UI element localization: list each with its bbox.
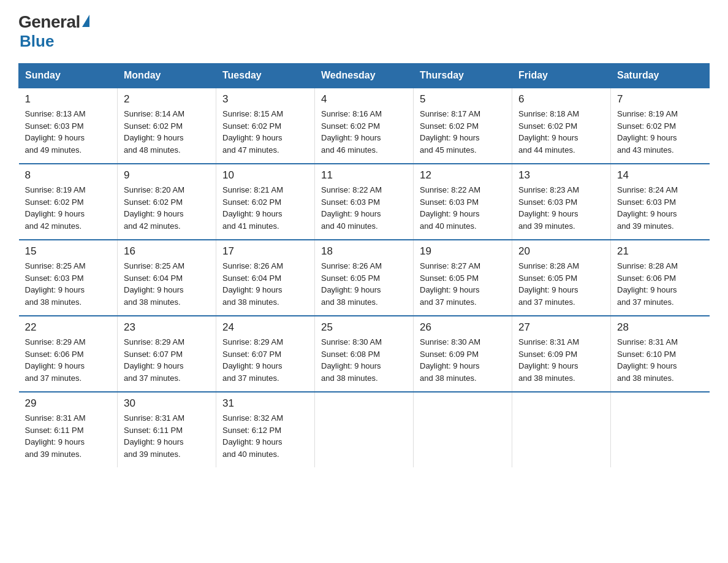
day-info: Sunrise: 8:27 AMSunset: 6:05 PMDaylight:… (420, 261, 480, 307)
calendar-cell: 10 Sunrise: 8:21 AMSunset: 6:02 PMDaylig… (216, 164, 315, 240)
day-info: Sunrise: 8:15 AMSunset: 6:02 PMDaylight:… (222, 109, 283, 155)
day-info: Sunrise: 8:31 AMSunset: 6:11 PMDaylight:… (25, 413, 86, 459)
day-number: 19 (420, 245, 506, 258)
calendar-cell: 3 Sunrise: 8:15 AMSunset: 6:02 PMDayligh… (216, 88, 315, 164)
calendar-cell: 15 Sunrise: 8:25 AMSunset: 6:03 PMDaylig… (19, 240, 118, 316)
calendar-cell (611, 392, 710, 467)
calendar-cell: 25 Sunrise: 8:30 AMSunset: 6:08 PMDaylig… (315, 316, 414, 392)
weekday-header-monday: Monday (118, 64, 216, 88)
day-info: Sunrise: 8:20 AMSunset: 6:02 PMDaylight:… (124, 185, 184, 231)
calendar-cell: 4 Sunrise: 8:16 AMSunset: 6:02 PMDayligh… (315, 88, 414, 164)
weekday-row: SundayMondayTuesdayWednesdayThursdayFrid… (19, 64, 710, 88)
day-info: Sunrise: 8:24 AMSunset: 6:03 PMDaylight:… (617, 185, 678, 231)
calendar-cell: 2 Sunrise: 8:14 AMSunset: 6:02 PMDayligh… (118, 88, 216, 164)
calendar-cell: 29 Sunrise: 8:31 AMSunset: 6:11 PMDaylig… (19, 392, 118, 467)
calendar-cell: 17 Sunrise: 8:26 AMSunset: 6:04 PMDaylig… (216, 240, 315, 316)
weekday-header-tuesday: Tuesday (216, 64, 315, 88)
day-number: 20 (518, 245, 604, 258)
calendar-cell: 18 Sunrise: 8:26 AMSunset: 6:05 PMDaylig… (315, 240, 414, 316)
day-number: 10 (222, 169, 308, 182)
day-number: 1 (25, 93, 112, 105)
weekday-header-saturday: Saturday (611, 64, 710, 88)
calendar-week-1: 1 Sunrise: 8:13 AMSunset: 6:03 PMDayligh… (19, 88, 710, 164)
logo-blue-text: Blue (20, 32, 54, 51)
day-number: 17 (222, 245, 308, 258)
day-info: Sunrise: 8:14 AMSunset: 6:02 PMDaylight:… (124, 109, 184, 155)
calendar-header: SundayMondayTuesdayWednesdayThursdayFrid… (19, 64, 710, 88)
calendar-cell: 22 Sunrise: 8:29 AMSunset: 6:06 PMDaylig… (19, 316, 118, 392)
day-number: 21 (617, 245, 703, 258)
calendar-cell: 11 Sunrise: 8:22 AMSunset: 6:03 PMDaylig… (315, 164, 414, 240)
calendar-cell: 28 Sunrise: 8:31 AMSunset: 6:10 PMDaylig… (611, 316, 710, 392)
calendar-cell: 6 Sunrise: 8:18 AMSunset: 6:02 PMDayligh… (512, 88, 611, 164)
day-info: Sunrise: 8:28 AMSunset: 6:05 PMDaylight:… (518, 261, 579, 307)
calendar-cell: 19 Sunrise: 8:27 AMSunset: 6:05 PMDaylig… (414, 240, 512, 316)
calendar-table: SundayMondayTuesdayWednesdayThursdayFrid… (18, 63, 710, 467)
day-info: Sunrise: 8:28 AMSunset: 6:06 PMDaylight:… (617, 261, 678, 307)
day-number: 18 (321, 245, 407, 258)
day-info: Sunrise: 8:26 AMSunset: 6:05 PMDaylight:… (321, 261, 382, 307)
day-info: Sunrise: 8:22 AMSunset: 6:03 PMDaylight:… (321, 185, 382, 231)
day-number: 27 (518, 321, 604, 334)
day-number: 8 (25, 169, 112, 182)
calendar-cell: 31 Sunrise: 8:32 AMSunset: 6:12 PMDaylig… (216, 392, 315, 467)
day-info: Sunrise: 8:30 AMSunset: 6:08 PMDaylight:… (321, 337, 382, 383)
day-number: 11 (321, 169, 407, 182)
calendar-cell: 14 Sunrise: 8:24 AMSunset: 6:03 PMDaylig… (611, 164, 710, 240)
calendar-week-5: 29 Sunrise: 8:31 AMSunset: 6:11 PMDaylig… (19, 392, 710, 467)
day-info: Sunrise: 8:19 AMSunset: 6:02 PMDaylight:… (617, 109, 678, 155)
calendar-cell: 26 Sunrise: 8:30 AMSunset: 6:09 PMDaylig… (414, 316, 512, 392)
day-info: Sunrise: 8:29 AMSunset: 6:07 PMDaylight:… (222, 337, 283, 383)
day-number: 24 (222, 321, 308, 334)
calendar-body: 1 Sunrise: 8:13 AMSunset: 6:03 PMDayligh… (19, 88, 710, 467)
day-number: 4 (321, 93, 407, 105)
calendar-cell: 1 Sunrise: 8:13 AMSunset: 6:03 PMDayligh… (19, 88, 118, 164)
calendar-cell (414, 392, 512, 467)
day-info: Sunrise: 8:22 AMSunset: 6:03 PMDaylight:… (420, 185, 480, 231)
day-info: Sunrise: 8:21 AMSunset: 6:02 PMDaylight:… (222, 185, 283, 231)
day-info: Sunrise: 8:30 AMSunset: 6:09 PMDaylight:… (420, 337, 480, 383)
day-info: Sunrise: 8:18 AMSunset: 6:02 PMDaylight:… (518, 109, 579, 155)
weekday-header-friday: Friday (512, 64, 611, 88)
day-info: Sunrise: 8:16 AMSunset: 6:02 PMDaylight:… (321, 109, 382, 155)
day-info: Sunrise: 8:29 AMSunset: 6:07 PMDaylight:… (124, 337, 184, 383)
day-number: 7 (617, 93, 703, 105)
day-info: Sunrise: 8:31 AMSunset: 6:09 PMDaylight:… (518, 337, 579, 383)
day-info: Sunrise: 8:31 AMSunset: 6:11 PMDaylight:… (124, 413, 184, 459)
day-info: Sunrise: 8:23 AMSunset: 6:03 PMDaylight:… (518, 185, 579, 231)
calendar-cell: 27 Sunrise: 8:31 AMSunset: 6:09 PMDaylig… (512, 316, 611, 392)
day-number: 25 (321, 321, 407, 334)
day-info: Sunrise: 8:29 AMSunset: 6:06 PMDaylight:… (25, 337, 86, 383)
day-number: 31 (222, 397, 308, 410)
day-number: 5 (420, 93, 506, 105)
calendar-cell: 5 Sunrise: 8:17 AMSunset: 6:02 PMDayligh… (414, 88, 512, 164)
calendar-week-3: 15 Sunrise: 8:25 AMSunset: 6:03 PMDaylig… (19, 240, 710, 316)
day-number: 6 (518, 93, 604, 105)
day-number: 26 (420, 321, 506, 334)
weekday-header-wednesday: Wednesday (315, 64, 414, 88)
day-number: 22 (25, 321, 112, 334)
day-info: Sunrise: 8:25 AMSunset: 6:04 PMDaylight:… (124, 261, 184, 307)
day-info: Sunrise: 8:32 AMSunset: 6:12 PMDaylight:… (222, 413, 283, 459)
calendar-cell: 8 Sunrise: 8:19 AMSunset: 6:02 PMDayligh… (19, 164, 118, 240)
logo: General Blue (18, 12, 89, 51)
day-number: 30 (124, 397, 210, 410)
calendar-cell: 20 Sunrise: 8:28 AMSunset: 6:05 PMDaylig… (512, 240, 611, 316)
day-info: Sunrise: 8:19 AMSunset: 6:02 PMDaylight:… (25, 185, 86, 231)
logo-triangle-icon (82, 15, 89, 27)
calendar-cell: 9 Sunrise: 8:20 AMSunset: 6:02 PMDayligh… (118, 164, 216, 240)
day-info: Sunrise: 8:13 AMSunset: 6:03 PMDaylight:… (25, 109, 86, 155)
calendar-cell: 30 Sunrise: 8:31 AMSunset: 6:11 PMDaylig… (118, 392, 216, 467)
logo-general-text: General (18, 12, 80, 32)
day-number: 16 (124, 245, 210, 258)
day-info: Sunrise: 8:25 AMSunset: 6:03 PMDaylight:… (25, 261, 86, 307)
calendar-week-2: 8 Sunrise: 8:19 AMSunset: 6:02 PMDayligh… (19, 164, 710, 240)
day-number: 9 (124, 169, 210, 182)
calendar-cell: 12 Sunrise: 8:22 AMSunset: 6:03 PMDaylig… (414, 164, 512, 240)
calendar-cell: 24 Sunrise: 8:29 AMSunset: 6:07 PMDaylig… (216, 316, 315, 392)
day-number: 3 (222, 93, 308, 105)
day-number: 14 (617, 169, 703, 182)
calendar-cell: 23 Sunrise: 8:29 AMSunset: 6:07 PMDaylig… (118, 316, 216, 392)
day-number: 13 (518, 169, 604, 182)
day-info: Sunrise: 8:26 AMSunset: 6:04 PMDaylight:… (222, 261, 283, 307)
